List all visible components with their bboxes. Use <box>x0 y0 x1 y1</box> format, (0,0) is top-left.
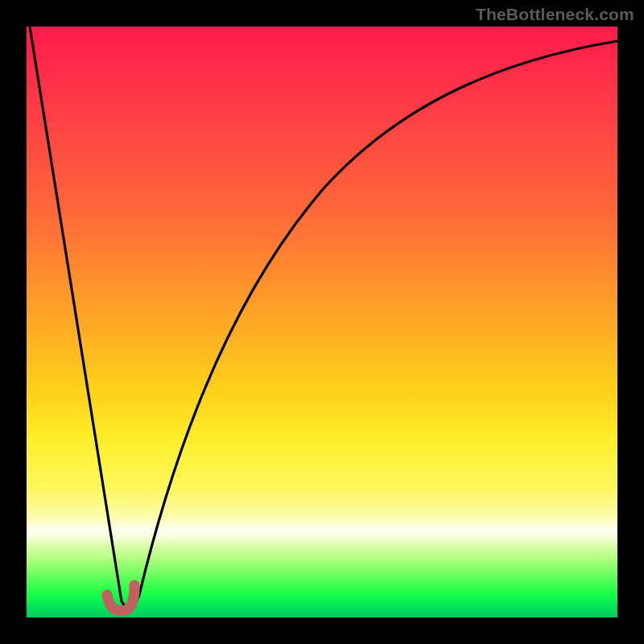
watermark-text: TheBottleneck.com <box>476 5 634 24</box>
chart-frame: TheBottleneck.com <box>0 0 644 644</box>
curve-layer <box>27 27 617 617</box>
bottleneck-curve <box>30 27 617 609</box>
